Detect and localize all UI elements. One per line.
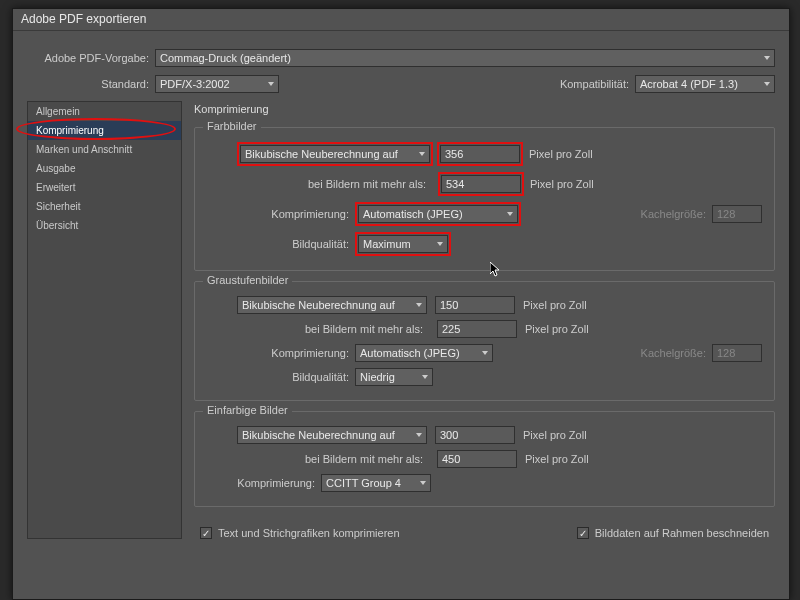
- gray-tile-input: 128: [712, 344, 762, 362]
- group-monochrome-images: Einfarbige Bilder Bikubische Neuberechnu…: [194, 411, 775, 507]
- standard-value: PDF/X-3:2002: [160, 76, 230, 92]
- sidebar-item-allgemein[interactable]: Allgemein: [28, 102, 181, 121]
- mono-compr-value: CCITT Group 4: [326, 475, 401, 491]
- compr-label: Komprimierung:: [207, 347, 355, 359]
- tile-label: Kachelgröße:: [641, 208, 712, 220]
- preset-value: Commag-Druck (geändert): [160, 50, 291, 66]
- compat-value: Acrobat 4 (PDF 1.3): [640, 76, 738, 92]
- color-resample-value: Bikubische Neuberechnung auf: [245, 146, 398, 162]
- highlight-box: Maximum: [355, 232, 451, 256]
- group-title: Farbbilder: [203, 120, 261, 132]
- mono-threshold-input[interactable]: 450: [437, 450, 517, 468]
- color-compression-select[interactable]: Automatisch (JPEG): [358, 205, 518, 223]
- group-grayscale-images: Graustufenbilder Bikubische Neuberechnun…: [194, 281, 775, 401]
- threshold-label: bei Bildern mit mehr als:: [207, 323, 429, 335]
- group-title: Einfarbige Bilder: [203, 404, 292, 416]
- chevron-down-icon: [507, 212, 513, 216]
- crop-to-frame-checkbox[interactable]: ✓ Bilddaten auf Rahmen beschneiden: [577, 527, 769, 539]
- sidebar-item-erweitert[interactable]: Erweitert: [28, 178, 181, 197]
- sidebar-item-sicherheit[interactable]: Sicherheit: [28, 197, 181, 216]
- category-sidebar: Allgemein Komprimierung Marken und Ansch…: [27, 101, 182, 539]
- chevron-down-icon: [416, 433, 422, 437]
- gray-qual-value: Niedrig: [360, 369, 395, 385]
- color-quality-select[interactable]: Maximum: [358, 235, 448, 253]
- mono-resample-value: Bikubische Neuberechnung auf: [242, 427, 395, 443]
- gray-ppi-input[interactable]: 150: [435, 296, 515, 314]
- chevron-down-icon: [482, 351, 488, 355]
- chevron-down-icon: [764, 56, 770, 60]
- compress-text-checkbox[interactable]: ✓ Text und Strichgrafiken komprimieren: [200, 527, 400, 539]
- gray-threshold-input[interactable]: 225: [437, 320, 517, 338]
- highlight-box: 356: [437, 142, 523, 166]
- color-tile-input: 128: [712, 205, 762, 223]
- checkbox-icon: ✓: [200, 527, 212, 539]
- sidebar-item-komprimierung[interactable]: Komprimierung: [28, 121, 181, 140]
- mono-resample-select[interactable]: Bikubische Neuberechnung auf: [237, 426, 427, 444]
- gray-compression-select[interactable]: Automatisch (JPEG): [355, 344, 493, 362]
- compat-label: Kompatibilität:: [560, 78, 635, 90]
- checkbox-label: Text und Strichgrafiken komprimieren: [218, 527, 400, 539]
- chevron-down-icon: [420, 481, 426, 485]
- checkbox-icon: ✓: [577, 527, 589, 539]
- color-qual-value: Maximum: [363, 236, 411, 252]
- unit-label: Pixel pro Zoll: [515, 299, 615, 311]
- sidebar-item-ausgabe[interactable]: Ausgabe: [28, 159, 181, 178]
- compat-select[interactable]: Acrobat 4 (PDF 1.3): [635, 75, 775, 93]
- highlight-box: Bikubische Neuberechnung auf: [237, 142, 433, 166]
- color-compr-value: Automatisch (JPEG): [363, 206, 463, 222]
- unit-label: Pixel pro Zoll: [517, 323, 617, 335]
- unit-label: Pixel pro Zoll: [521, 148, 621, 160]
- mono-ppi-input[interactable]: 300: [435, 426, 515, 444]
- gray-quality-select[interactable]: Niedrig: [355, 368, 433, 386]
- preset-label: Adobe PDF-Vorgabe:: [27, 52, 155, 64]
- group-color-images: Farbbilder Bikubische Neuberechnung auf …: [194, 127, 775, 271]
- chevron-down-icon: [268, 82, 274, 86]
- sidebar-item-uebersicht[interactable]: Übersicht: [28, 216, 181, 235]
- standard-select[interactable]: PDF/X-3:2002: [155, 75, 279, 93]
- chevron-down-icon: [419, 152, 425, 156]
- qual-label: Bildqualität:: [207, 238, 355, 250]
- threshold-label: bei Bildern mit mehr als:: [207, 178, 432, 190]
- color-resample-select[interactable]: Bikubische Neuberechnung auf: [240, 145, 430, 163]
- gray-resample-value: Bikubische Neuberechnung auf: [242, 297, 395, 313]
- panel-title: Komprimierung: [194, 103, 775, 115]
- compression-panel: Komprimierung Farbbilder Bikubische Neub…: [194, 101, 775, 539]
- compr-label: Komprimierung:: [207, 208, 355, 220]
- sidebar-item-marken[interactable]: Marken und Anschnitt: [28, 140, 181, 159]
- qual-label: Bildqualität:: [207, 371, 355, 383]
- checkbox-label: Bilddaten auf Rahmen beschneiden: [595, 527, 769, 539]
- tile-label: Kachelgröße:: [641, 347, 712, 359]
- chevron-down-icon: [422, 375, 428, 379]
- chevron-down-icon: [416, 303, 422, 307]
- threshold-label: bei Bildern mit mehr als:: [207, 453, 429, 465]
- unit-label: Pixel pro Zoll: [515, 429, 615, 441]
- highlight-box: 534: [438, 172, 524, 196]
- standard-label: Standard:: [27, 78, 155, 90]
- color-ppi-input[interactable]: 356: [440, 145, 520, 163]
- compr-label: Komprimierung:: [207, 477, 321, 489]
- unit-label: Pixel pro Zoll: [517, 453, 617, 465]
- unit-label: Pixel pro Zoll: [522, 178, 622, 190]
- dialog-title: Adobe PDF exportieren: [13, 9, 789, 31]
- export-pdf-dialog: Adobe PDF exportieren Adobe PDF-Vorgabe:…: [12, 8, 790, 600]
- gray-resample-select[interactable]: Bikubische Neuberechnung auf: [237, 296, 427, 314]
- chevron-down-icon: [437, 242, 443, 246]
- preset-select[interactable]: Commag-Druck (geändert): [155, 49, 775, 67]
- group-title: Graustufenbilder: [203, 274, 292, 286]
- gray-compr-value: Automatisch (JPEG): [360, 345, 460, 361]
- highlight-box: Automatisch (JPEG): [355, 202, 521, 226]
- mono-compression-select[interactable]: CCITT Group 4: [321, 474, 431, 492]
- color-threshold-input[interactable]: 534: [441, 175, 521, 193]
- chevron-down-icon: [764, 82, 770, 86]
